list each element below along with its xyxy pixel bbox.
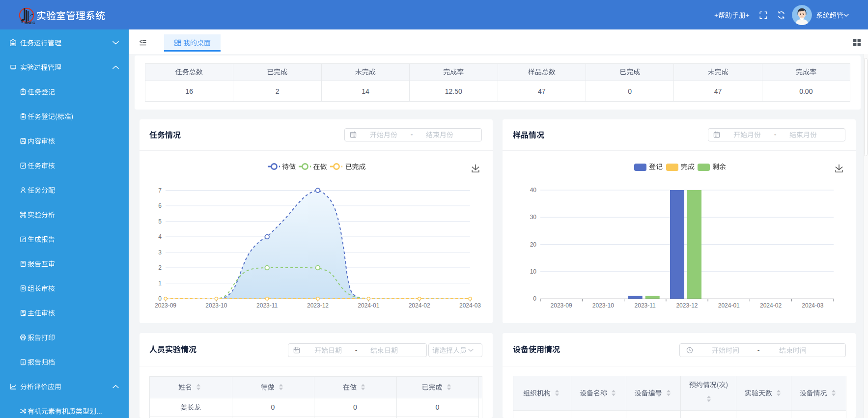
svg-text:ONEC: ONEC (25, 21, 35, 25)
